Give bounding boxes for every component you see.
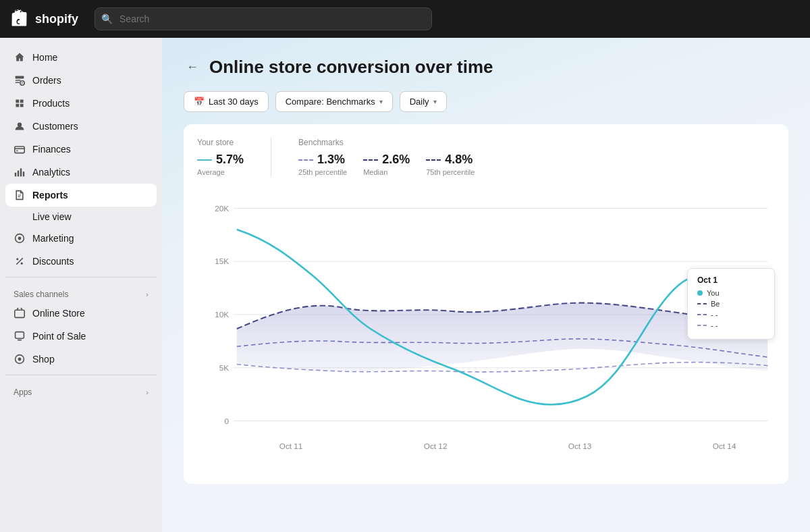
p75-value: 4.8% (445, 153, 473, 167)
sidebar-item-reports[interactable]: Reports (5, 184, 157, 207)
svg-rect-1 (16, 80, 21, 81)
main-content: ← Online store conversion over time 📅 La… (162, 38, 810, 532)
tooltip-benchmark-3-label: - - (711, 321, 718, 329)
sidebar-item-home[interactable]: Home (5, 46, 157, 69)
legend-separator (271, 138, 271, 176)
sidebar-item-discounts[interactable]: Discounts (5, 250, 157, 273)
svg-rect-7 (15, 173, 16, 177)
tooltip-benchmark-1: Be (697, 300, 765, 308)
chart-legend: Your store 5.7% Average Benchmarks (197, 138, 775, 176)
sidebar-label-marketing: Marketing (32, 233, 74, 244)
page-title: Online store conversion over time (209, 57, 493, 78)
svg-text:20K: 20K (215, 204, 229, 213)
svg-rect-0 (16, 76, 24, 79)
calendar-icon: 📅 (194, 97, 205, 107)
reports-icon (14, 189, 26, 201)
tooltip-date: Oct 1 (697, 275, 765, 285)
top-nav: shopify 🔍 (0, 0, 810, 38)
search-bar-wrapper: 🔍 (94, 7, 432, 30)
svg-rect-8 (18, 171, 19, 177)
median-value: 2.6% (382, 153, 410, 167)
tooltip-benchmark-2: - - (697, 311, 765, 319)
sidebar-item-point-of-sale[interactable]: Point of Sale (5, 325, 157, 348)
date-range-filter[interactable]: 📅 Last 30 days (184, 91, 269, 112)
chart-tooltip: Oct 1 You Be - - - - (687, 268, 775, 340)
analytics-icon (14, 166, 26, 178)
home-icon (14, 51, 26, 63)
solid-line-icon (197, 159, 212, 161)
sidebar-label-online-store: Online Store (32, 308, 85, 319)
svg-rect-10 (23, 171, 24, 176)
interval-label: Daily (410, 97, 429, 107)
tooltip-your-store-label: You (707, 289, 720, 297)
legend-average: 5.7% Average (197, 153, 244, 176)
p25-value: 1.3% (317, 153, 345, 167)
svg-text:Oct 12: Oct 12 (424, 442, 448, 451)
median-label: Median (363, 168, 410, 176)
svg-text:0: 0 (225, 417, 230, 425)
customers-icon (14, 120, 26, 132)
legend-p75: 4.8% 75th percentile (426, 153, 475, 176)
svg-rect-16 (16, 332, 24, 339)
sidebar-item-customers[interactable]: Customers (5, 115, 157, 138)
tooltip-your-store: You (697, 289, 765, 297)
p75-label: 75th percentile (426, 168, 475, 176)
sidebar-label-finances: Finances (32, 144, 71, 155)
svg-rect-6 (16, 151, 18, 152)
sidebar-item-shop[interactable]: Shop (5, 348, 157, 371)
date-range-label: Last 30 days (209, 97, 259, 107)
shopify-logo-icon (11, 9, 30, 28)
discounts-icon (14, 255, 26, 267)
sidebar-label-live-view: Live view (32, 211, 72, 222)
sidebar-divider-1 (5, 277, 157, 277)
orders-icon (14, 74, 26, 86)
compare-filter[interactable]: Compare: Benchmarks ▾ (275, 91, 393, 112)
apps-label: Apps (14, 388, 32, 397)
svg-text:Oct 11: Oct 11 (279, 442, 303, 451)
sidebar-item-online-store[interactable]: Online Store (5, 302, 157, 325)
legend-median: 2.6% Median (363, 153, 410, 176)
sidebar-label-point-of-sale: Point of Sale (32, 331, 86, 342)
sales-channels-section[interactable]: Sales channels › (5, 282, 157, 302)
shop-icon (14, 353, 26, 365)
products-icon (14, 97, 26, 109)
svg-text:Oct 14: Oct 14 (713, 442, 736, 451)
sidebar-item-marketing[interactable]: Marketing (5, 227, 157, 250)
svg-rect-9 (20, 168, 22, 176)
point-of-sale-icon (14, 330, 26, 342)
svg-rect-17 (18, 340, 22, 341)
average-label: Average (197, 168, 244, 176)
chart-container: Your store 5.7% Average Benchmarks (184, 124, 788, 484)
svg-point-13 (16, 258, 18, 260)
tooltip-benchmark-2-label: - - (711, 311, 718, 319)
brand-name: shopify (35, 12, 78, 26)
sidebar-item-live-view[interactable]: Live view (5, 207, 157, 227)
benchmarks-label: Benchmarks (298, 138, 475, 147)
search-input[interactable] (94, 7, 432, 30)
filters-bar: 📅 Last 30 days Compare: Benchmarks ▾ Dai… (184, 91, 788, 112)
search-icon: 🔍 (101, 14, 113, 24)
sales-channels-label: Sales channels (14, 290, 68, 299)
sidebar-item-analytics[interactable]: Analytics (5, 161, 157, 184)
compare-chevron-icon: ▾ (379, 98, 383, 105)
your-store-legend: Your store 5.7% Average (197, 138, 244, 176)
tooltip-benchmark-1-icon (697, 303, 707, 304)
dashed-line-p75-icon (426, 159, 441, 161)
app-body: Home Orders Products Customers (0, 38, 810, 532)
average-value: 5.7% (216, 153, 244, 167)
interval-filter[interactable]: Daily ▾ (400, 91, 447, 112)
dashed-line-median-icon (363, 159, 378, 161)
chart-svg-wrapper: 20K 15K 10K 5K 0 (197, 187, 775, 471)
sidebar-label-shop: Shop (32, 354, 55, 365)
sidebar-item-products[interactable]: Products (5, 92, 157, 115)
apps-section[interactable]: Apps › (5, 379, 157, 400)
sidebar-item-finances[interactable]: Finances (5, 138, 157, 161)
finances-icon (14, 143, 26, 155)
back-button[interactable]: ← (184, 59, 201, 76)
svg-rect-15 (15, 310, 24, 317)
svg-text:15K: 15K (215, 257, 229, 266)
sidebar-item-orders[interactable]: Orders (5, 69, 157, 92)
p25-label: 25th percentile (298, 168, 347, 176)
sidebar-label-orders: Orders (32, 75, 61, 86)
compare-label: Compare: Benchmarks (286, 97, 375, 107)
